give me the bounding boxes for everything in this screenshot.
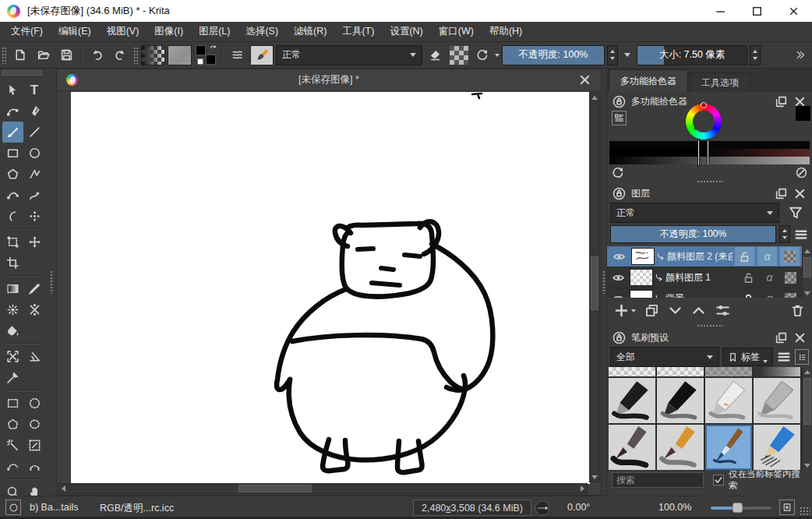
canvas-rotation-dial[interactable] (535, 500, 550, 516)
menu-item-filter[interactable]: 滤镜(R) (286, 25, 334, 38)
sv-triangle[interactable] (693, 111, 715, 132)
brush-preset-cell[interactable] (754, 367, 800, 376)
bezier-curve-tool[interactable] (2, 185, 23, 206)
color-profile-label[interactable]: RGB/透明...rc.icc (100, 502, 174, 515)
edit-shapes-tool[interactable] (2, 101, 23, 122)
brush-preset-cell[interactable] (657, 367, 704, 376)
layer-list-scrollbar[interactable] (802, 246, 812, 298)
menu-item-help[interactable]: 帮助(H) (482, 25, 530, 38)
zoom-tool[interactable] (2, 482, 23, 496)
smart-patch-tool[interactable] (2, 299, 23, 320)
assistants-tool[interactable] (2, 346, 23, 367)
save-document-button[interactable] (56, 45, 77, 65)
search-scope-checkbox[interactable] (713, 475, 724, 485)
menu-item-settings[interactable]: 设置(N) (382, 25, 430, 38)
eraser-mode-button[interactable] (425, 45, 446, 65)
select-shapes-tool[interactable] (2, 79, 23, 101)
gradient-tool[interactable] (2, 278, 23, 299)
float-docker-icon[interactable] (775, 187, 788, 200)
toolbar-grip[interactable] (2, 47, 7, 64)
brush-preset-cell[interactable] (657, 378, 704, 423)
brush-menu-icon[interactable] (776, 349, 792, 365)
brush-tag-filter-dropdown[interactable]: 全部 (610, 347, 719, 367)
layer-visibility-toggle[interactable] (609, 268, 628, 287)
lock-docker-icon[interactable] (613, 95, 626, 108)
scroll-up-arrow[interactable] (803, 246, 811, 256)
layer-alpha-lock-toggle[interactable]: α (760, 289, 779, 298)
color-wheel[interactable] (686, 104, 722, 139)
move-tool[interactable] (24, 231, 45, 252)
contiguous-selection-tool[interactable] (2, 435, 23, 456)
freehand-brush-tool[interactable] (2, 122, 23, 143)
delete-layer-icon[interactable] (790, 303, 805, 318)
layer-lock-toggle[interactable] (739, 268, 758, 287)
display-mode-button[interactable] (795, 349, 809, 365)
layer-thumbnail[interactable] (630, 269, 653, 286)
reference-images-tool[interactable] (2, 367, 23, 388)
layer-options-menu-icon[interactable] (793, 227, 809, 242)
undo-button[interactable] (86, 45, 108, 65)
line-tool[interactable] (24, 122, 45, 143)
magnetic-selection-tool[interactable] (24, 456, 45, 477)
brush-size-spinner[interactable] (750, 45, 761, 65)
swap-colors-icon[interactable] (209, 44, 217, 53)
reset-colors-swatch[interactable] (197, 58, 203, 65)
layer-inherit-alpha-toggle[interactable] (780, 247, 800, 266)
float-docker-icon[interactable] (775, 331, 788, 344)
layer-row[interactable]: 背景 α (607, 288, 812, 298)
color-bar-2[interactable] (609, 149, 810, 157)
maximize-button[interactable] (739, 0, 775, 22)
toolbox-header[interactable] (0, 69, 44, 77)
menu-item-tools[interactable]: 工具(T) (334, 25, 382, 38)
layer-alpha-lock-toggle[interactable]: α (760, 268, 779, 287)
polygonal-selection-tool[interactable] (2, 414, 23, 435)
lock-docker-icon[interactable] (613, 331, 626, 344)
toolbox-splitter[interactable] (47, 69, 56, 496)
window-resize-grip[interactable] (800, 507, 810, 516)
opacity-spinner[interactable] (607, 45, 618, 65)
edit-brush-settings-button[interactable] (250, 45, 274, 65)
vertical-scrollbar[interactable] (589, 92, 600, 482)
vertical-scrollbar-thumb[interactable] (591, 256, 598, 311)
layer-thumbnail[interactable] (630, 290, 653, 298)
menu-item-window[interactable]: 窗口(W) (431, 25, 482, 38)
ellipse-tool[interactable] (24, 143, 45, 164)
transform-tool[interactable] (2, 231, 23, 252)
brush-preset-cell[interactable] (609, 378, 655, 423)
color-sampler-tool[interactable] (24, 278, 45, 299)
move-layer-down-icon[interactable] (668, 303, 683, 318)
pattern-chooser[interactable] (168, 45, 192, 65)
layer-row[interactable]: 颜料图层 1 α (607, 267, 812, 288)
reload-preset-button[interactable] (471, 45, 492, 65)
layer-filter-button[interactable] (782, 203, 809, 222)
subwindow-titlebar[interactable]: [未保存图像] * (57, 69, 601, 91)
calligraphy-tool[interactable] (24, 101, 45, 122)
minimize-button[interactable] (702, 0, 739, 22)
scroll-right-arrow[interactable] (577, 484, 587, 493)
move-layer-up-icon[interactable] (691, 303, 706, 318)
layer-inherit-alpha-toggle[interactable] (781, 268, 800, 287)
freehand-selection-tool[interactable] (24, 414, 45, 435)
scroll-down-arrow[interactable] (803, 288, 811, 298)
tab-advanced-color-selector[interactable]: 多功能拾色器 (609, 69, 688, 92)
gradient-chooser[interactable] (141, 45, 165, 65)
measure-tool[interactable] (24, 346, 45, 367)
layer-blend-mode-dropdown[interactable]: 正常 (610, 203, 779, 223)
scroll-down-arrow[interactable] (590, 472, 599, 482)
canvas[interactable] (71, 92, 590, 484)
tab-tool-options[interactable]: 工具选项 (690, 72, 750, 92)
brush-search-input[interactable] (612, 472, 704, 488)
no-color-icon[interactable] (795, 166, 808, 179)
close-subwindow-button[interactable] (578, 73, 591, 86)
foreground-color-swatch[interactable] (196, 45, 206, 55)
layer-opacity-slider[interactable]: 不透明度: 100% (610, 225, 776, 243)
foreground-background-colors[interactable] (194, 44, 217, 65)
menu-item-file[interactable]: 文件(F) (3, 25, 51, 38)
reload-dropdown-caret[interactable] (495, 54, 500, 57)
toolbar-grip[interactable] (133, 47, 139, 64)
redo-button[interactable] (110, 45, 131, 65)
horizontal-scrollbar-thumb[interactable] (238, 485, 312, 493)
current-brush-name[interactable]: b) Ba...tails (30, 502, 79, 513)
zoom-value[interactable]: 100.0% (658, 502, 691, 513)
brush-preset-cell[interactable] (705, 367, 752, 376)
